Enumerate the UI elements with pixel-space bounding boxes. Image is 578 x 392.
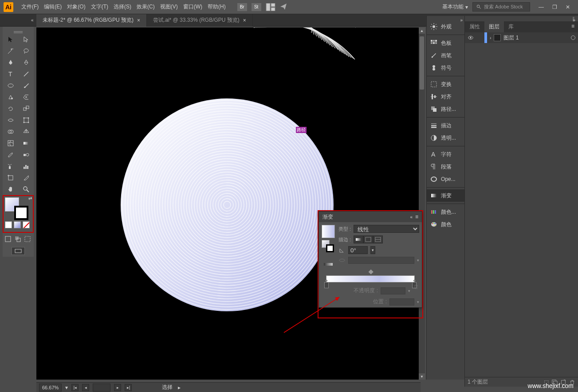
panel-symbols[interactable]: 符号	[427, 62, 464, 74]
draw-inside-icon[interactable]	[24, 235, 31, 243]
layer-name[interactable]: 图层 1	[503, 34, 519, 42]
gradient-ramp[interactable]	[326, 275, 415, 282]
curvature-tool[interactable]	[18, 57, 34, 68]
panel-color-guide[interactable]: 颜色...	[427, 206, 464, 218]
gradient-type-select[interactable]: 线性	[354, 225, 419, 233]
panel-pathfinder[interactable]: 路径...	[427, 103, 464, 115]
menu-type[interactable]: 文字(T)	[88, 3, 111, 11]
zoom-value[interactable]: 66.67%	[39, 384, 62, 392]
lasso-tool[interactable]	[18, 45, 34, 57]
target-icon[interactable]	[571, 35, 575, 40]
collapse-chevron-icon[interactable]: «	[31, 18, 575, 23]
expand-icon[interactable]: ›	[490, 35, 491, 40]
stroke-swatch-icon[interactable]	[326, 244, 334, 252]
restore-button[interactable]: ❐	[548, 3, 561, 12]
type-tool[interactable]: T	[3, 68, 18, 80]
tab-layers[interactable]: 图层	[484, 21, 504, 32]
scroll-down-icon[interactable]: ▼	[419, 373, 425, 380]
scroll-up-icon[interactable]: ▲	[419, 27, 425, 34]
perspective-tool[interactable]	[18, 126, 34, 137]
scale-tool[interactable]	[18, 103, 34, 114]
layer-row[interactable]: › 图层 1	[465, 32, 578, 43]
artboard-nav-field[interactable]	[93, 384, 110, 392]
prev-artboard-icon[interactable]: ◂	[82, 384, 89, 391]
none-mode-button[interactable]	[23, 221, 30, 228]
gradient-preview-swatch[interactable]	[322, 225, 335, 238]
scrollbar-thumb[interactable]	[420, 36, 424, 90]
color-mode-button[interactable]	[5, 221, 12, 228]
menu-select[interactable]: 选择(S)	[111, 3, 134, 11]
panel-character[interactable]: A字符	[427, 148, 464, 161]
stroke-mode-2-icon[interactable]	[363, 235, 373, 243]
panel-transparency[interactable]: 透明...	[427, 132, 464, 144]
blend-tool[interactable]	[18, 149, 34, 161]
zoom-dropdown-icon[interactable]: ▾	[65, 384, 68, 391]
free-transform-tool[interactable]	[18, 114, 34, 126]
eyedropper-tool[interactable]	[3, 149, 18, 161]
eye-icon[interactable]	[468, 35, 474, 41]
tab-libraries[interactable]: 库	[504, 21, 518, 32]
stroke-color-swatch[interactable]	[14, 206, 28, 220]
symbol-sprayer-tool[interactable]	[3, 161, 18, 172]
vertical-scrollbar[interactable]: ▲ ▼	[419, 27, 425, 380]
pen-tool[interactable]	[3, 57, 18, 68]
screen-mode-button[interactable]	[12, 247, 25, 255]
shape-builder-tool[interactable]	[3, 126, 18, 137]
panel-menu-icon[interactable]: »	[573, 18, 575, 23]
menu-edit[interactable]: 编辑(E)	[41, 3, 64, 11]
panel-paragraph[interactable]: 段落	[427, 161, 464, 173]
rotate-tool[interactable]	[3, 103, 18, 114]
swap-fill-stroke-icon[interactable]: ⇄	[28, 196, 32, 201]
draw-behind-icon[interactable]	[14, 235, 21, 243]
shaper-tool[interactable]	[3, 91, 18, 103]
panel-opentype[interactable]: Ope...	[427, 173, 464, 185]
menu-effect[interactable]: 效果(C)	[134, 3, 157, 11]
panel-color[interactable]: 颜色	[427, 218, 464, 231]
menu-object[interactable]: 对象(O)	[64, 3, 88, 11]
menu-help[interactable]: 帮助(H)	[205, 3, 228, 11]
close-button[interactable]: ✕	[561, 3, 574, 12]
midpoint-diamond-icon[interactable]	[369, 270, 374, 274]
width-tool[interactable]	[3, 114, 18, 126]
stock-icon[interactable]: St	[252, 3, 261, 11]
ellipse-tool[interactable]	[3, 80, 18, 91]
panel-stroke[interactable]: 描边	[427, 119, 464, 132]
search-input[interactable]: 搜索 Adobe Stock	[472, 2, 530, 12]
status-dropdown-icon[interactable]: ▸	[178, 384, 181, 391]
delete-stop-icon[interactable]	[413, 283, 419, 290]
bridge-icon[interactable]: Br	[237, 3, 247, 11]
stroke-mode-1-icon[interactable]	[354, 235, 363, 243]
stroke-mode-3-icon[interactable]	[373, 235, 383, 243]
hand-tool[interactable]	[3, 184, 18, 195]
collapse-icon[interactable]: «	[410, 215, 413, 220]
magic-wand-tool[interactable]	[3, 45, 18, 57]
first-artboard-icon[interactable]: |◂	[71, 384, 79, 391]
line-tool[interactable]	[18, 68, 34, 80]
artboard-tool[interactable]	[3, 172, 18, 184]
workspace-selector[interactable]: 基本功能 ▾	[442, 3, 468, 11]
menu-view[interactable]: 视图(V)	[157, 3, 181, 11]
minimize-button[interactable]: —	[535, 3, 548, 12]
tab-properties[interactable]: 属性	[465, 21, 484, 32]
panel-transform[interactable]: 变换	[427, 78, 464, 90]
paintbrush-tool[interactable]	[18, 80, 34, 91]
draw-normal-icon[interactable]	[4, 235, 12, 243]
publish-icon[interactable]	[280, 3, 287, 10]
canvas[interactable]: 路径	[36, 27, 421, 380]
angle-input[interactable]	[348, 246, 368, 254]
panel-menu-icon[interactable]: ≡	[568, 21, 578, 32]
next-artboard-icon[interactable]: ▸	[114, 384, 121, 391]
gradient-mode-button[interactable]	[14, 221, 21, 228]
angle-dropdown-icon[interactable]: ▾	[370, 246, 375, 254]
panel-swatches[interactable]: 色板	[427, 37, 464, 49]
panel-menu-icon[interactable]: ≡	[415, 214, 418, 220]
eraser-tool[interactable]	[18, 91, 34, 103]
reverse-gradient-icon[interactable]	[324, 261, 333, 267]
arrange-icon[interactable]	[266, 3, 275, 11]
selection-tool[interactable]	[3, 34, 18, 45]
panel-brushes[interactable]: 画笔	[427, 49, 464, 62]
menu-file[interactable]: 文件(F)	[19, 3, 41, 11]
zoom-tool[interactable]	[18, 184, 34, 195]
graph-tool[interactable]	[18, 161, 34, 172]
collapse-chevron-icon[interactable]: »	[460, 18, 463, 23]
